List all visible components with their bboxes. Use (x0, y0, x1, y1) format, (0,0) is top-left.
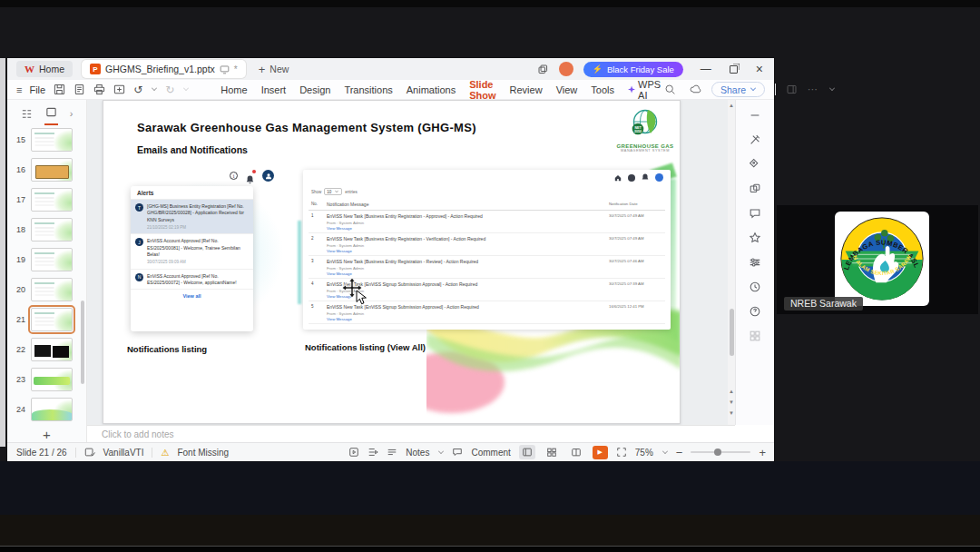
collapse-ribbon-icon[interactable] (829, 85, 835, 91)
menu-item[interactable]: Transitions (343, 82, 393, 98)
task-pane-icon[interactable] (786, 84, 798, 95)
comment-icon[interactable] (749, 207, 761, 220)
shapes-icon[interactable] (749, 182, 761, 195)
cloud-sync-icon[interactable] (690, 84, 701, 95)
slide-thumbnail[interactable]: 18 (7, 215, 86, 244)
slide-thumbnail-image[interactable] (31, 308, 73, 331)
notes-icon[interactable] (387, 447, 397, 458)
slide-thumbnail-image[interactable] (31, 368, 73, 391)
slide-scrollbar[interactable]: ▲ ▲ ▼ ▼ (728, 100, 735, 425)
slide-thumbnail-image[interactable] (31, 398, 73, 421)
slide-thumbnail[interactable]: 15 (7, 125, 86, 154)
slide-thumbnail[interactable]: 22 (7, 335, 86, 364)
undo-caret-icon[interactable] (152, 85, 157, 91)
user-avatar[interactable] (559, 62, 573, 76)
notes-toggle[interactable]: Notes (406, 448, 429, 458)
star-icon[interactable] (749, 232, 761, 244)
slide-thumbnail-image[interactable] (31, 188, 73, 212)
comment-button[interactable]: Comment (471, 448, 510, 458)
new-tab-button[interactable]: + New (259, 63, 289, 76)
slide-view-icon[interactable] (45, 106, 57, 118)
search-icon[interactable] (664, 84, 676, 95)
promo-button[interactable]: ⚡ Black Friday Sale (583, 62, 683, 77)
reading-view-button[interactable] (568, 445, 584, 459)
font-missing-label[interactable]: Font Missing (177, 448, 229, 458)
scrollbar-thumb[interactable] (730, 309, 734, 356)
print-icon[interactable] (93, 84, 105, 95)
collapse-panel-icon[interactable]: › (70, 108, 74, 119)
collapse-icon[interactable] (749, 109, 761, 122)
zoom-in-button[interactable]: + (759, 446, 766, 459)
slide-thumbnail-image[interactable] (31, 158, 73, 182)
from-current-icon[interactable] (368, 447, 378, 458)
slide-thumbnail[interactable]: 16 (7, 155, 86, 184)
menu-item[interactable]: Home (220, 82, 248, 98)
apps-icon[interactable] (749, 330, 761, 342)
slide-sorter-button[interactable] (544, 445, 560, 459)
slide-thumbnail[interactable]: 23 (7, 365, 86, 394)
normal-view-button[interactable] (519, 445, 535, 459)
menu-item[interactable]: Tools (590, 82, 615, 98)
menu-item[interactable]: Animations (406, 82, 456, 98)
scroll-down-icon[interactable]: ▼ (728, 410, 735, 416)
menu-item[interactable]: Review (509, 82, 544, 98)
restore-button[interactable] (730, 65, 738, 74)
slide-thumbnail[interactable]: 19 (7, 245, 86, 274)
close-button[interactable]: × (756, 63, 763, 75)
zoom-level[interactable]: 75% (635, 448, 653, 458)
notes-pane[interactable]: Click to add notes (87, 425, 735, 442)
scroll-up-icon[interactable]: ▲ (728, 103, 735, 108)
slide-thumbnail-image[interactable] (31, 278, 73, 301)
spellcheck-icon[interactable] (84, 447, 95, 458)
menu-item[interactable]: Design (299, 82, 331, 98)
notes-caret-icon[interactable] (438, 448, 444, 454)
menu-item[interactable]: View (555, 82, 579, 98)
fit-slide-icon[interactable] (616, 447, 627, 458)
help-icon[interactable] (749, 305, 761, 318)
share-button[interactable]: Share (711, 82, 765, 97)
zoom-slider[interactable] (691, 451, 750, 453)
tab-home[interactable]: W Home (16, 61, 73, 77)
zoom-slider-knob[interactable] (714, 448, 721, 456)
zoom-out-button[interactable]: − (676, 446, 683, 459)
settings-icon[interactable] (749, 256, 761, 269)
slide-thumbnail[interactable]: 17 (7, 185, 86, 214)
menu-item[interactable]: Slide Show (468, 76, 496, 104)
from-beginning-icon[interactable] (348, 447, 359, 458)
undo-icon[interactable]: ↺ (133, 84, 142, 96)
notification-row: 1 EnViSS New Task [Business Entity Regis… (309, 211, 665, 233)
slide-thumbnail-image[interactable] (31, 248, 73, 271)
file-menu[interactable]: File (29, 84, 45, 95)
slide-canvas: Sarawak Greenhouse Gas Management System… (103, 100, 681, 424)
language-label[interactable]: VanillaVTI (103, 448, 144, 458)
zoom-caret-icon[interactable] (662, 448, 668, 454)
next-slide-icon[interactable]: ▼ (728, 399, 735, 405)
scan-export-icon[interactable] (113, 84, 125, 95)
present-screen-icon[interactable] (220, 64, 230, 74)
history-icon[interactable] (749, 281, 761, 293)
minimize-button[interactable]: — (701, 64, 711, 74)
more-options-icon[interactable]: ⋯ (808, 84, 818, 95)
slide-thumbnail[interactable]: 20 (7, 275, 86, 304)
tag-icon[interactable] (749, 158, 761, 171)
comment-icon[interactable] (452, 447, 463, 458)
previous-slide-icon[interactable]: ▲ (728, 389, 735, 394)
slide-thumbnail[interactable]: 21 (7, 305, 86, 334)
outline-view-icon[interactable] (21, 108, 33, 120)
output-icon[interactable] (74, 84, 85, 95)
menu-item[interactable]: Insert (260, 82, 288, 98)
hamburger-icon[interactable]: ≡ (16, 84, 21, 95)
menu-item[interactable]: WPS AI (627, 76, 664, 104)
slide-thumbnail[interactable]: 24 (7, 395, 86, 424)
participant-video-tile[interactable]: LEMBAGA SUMBER ASLI DAN ALAM SEKITAR SAR… (777, 205, 978, 314)
tools-icon[interactable] (749, 133, 761, 146)
table-header-row: No. Notification Message Notification Da… (309, 199, 665, 211)
thumbnail-scrollbar[interactable] (81, 301, 84, 384)
window-switch-icon[interactable] (537, 64, 549, 75)
slide-thumbnail-image[interactable] (31, 218, 73, 242)
slideshow-play-button[interactable]: ▶ (593, 446, 608, 459)
slide-thumbnail-image[interactable] (31, 338, 73, 361)
add-slide-button[interactable]: + (7, 427, 86, 442)
slide-thumbnail-image[interactable] (31, 128, 73, 152)
save-icon[interactable] (54, 84, 65, 95)
